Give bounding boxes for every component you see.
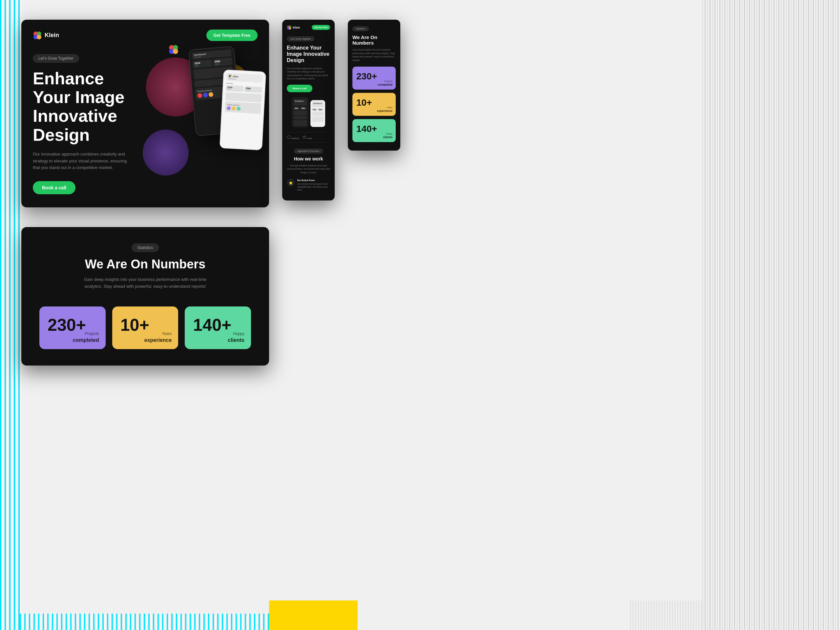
feature-title: No Extra Fees (297, 179, 330, 182)
hero-section: Let's Grow Together Enhance Your Image I… (33, 54, 257, 194)
stat-label-clients-bottom: clients (228, 337, 245, 343)
mobile-stat-label-years-top: Years (387, 106, 392, 109)
mobile-stat-label-years-bottom: experience (377, 109, 392, 112)
logo-trav: trav (303, 135, 312, 140)
tablet-hero-description: Our innovative approach combines creativ… (287, 67, 330, 81)
stat-label-projects-bottom: completed (73, 337, 99, 343)
glitch-right (702, 0, 840, 630)
glitch-left (0, 0, 21, 630)
stat-card-projects: 230+ Projects completed (39, 306, 106, 349)
mobile-stats-badge: Statistics (352, 26, 369, 31)
mobile-stat-projects: 230+ Projects completed (352, 66, 396, 90)
tablet-phone-mockups: Dashboard 1024 256k (287, 98, 330, 127)
tablet-hero-card: Klein Get for Free Let's Grow Together E… (282, 20, 335, 201)
navbar: Klein Get Template Free (33, 30, 257, 41)
tablet-logo: Klein (287, 25, 300, 30)
main-content: Klein Get Template Free Let's Grow Toget… (21, 20, 400, 366)
mobile-stat-years: 10+ Years experience (352, 93, 396, 116)
stat-label-projects-top: Projects (85, 332, 99, 336)
hero-badge: Let's Grow Together (33, 54, 79, 63)
stat-card-clients: 140+ Happy clients (185, 306, 251, 349)
tablet-logo-text: Klein (293, 26, 300, 29)
hero-text: Let's Grow Together Enhance Your Image I… (33, 54, 257, 194)
feature-no-extra-fees: ⭐ No Extra Fees Our service are transpar… (287, 179, 330, 191)
mobile-stats-description: Gain deep insights into your business pe… (352, 48, 396, 62)
tablet-book-button[interactable]: Book a call (287, 85, 313, 92)
stats-badge: Statistics (131, 243, 158, 252)
mobile-stat-label-clients-bottom: clients (383, 136, 392, 139)
svg-point-16 (287, 136, 291, 139)
stats-header: Statistics We Are On Numbers Gain deep i… (39, 243, 251, 290)
feature-description: Our service are transparent and straight… (297, 182, 330, 191)
tablet-hero-title: Enhance Your Image Innovative Design (287, 45, 330, 64)
tablet-phone-light: Dashboard 1024 256k (310, 100, 325, 127)
mobile-stats-title: We Are On Numbers (352, 35, 396, 46)
logo-icon (33, 31, 42, 40)
tablet-phone-dark: Dashboard 1024 256k (292, 98, 308, 127)
logo: Klein (33, 31, 59, 40)
stat-label-clients-top: Happy (233, 332, 245, 336)
stats-description: Gain deep insights into your business pe… (80, 276, 211, 290)
stat-number-projects: 230+ (47, 316, 98, 333)
glitch-bottom-cyan (20, 614, 282, 630)
left-column: Klein Get Template Free Let's Grow Toget… (21, 20, 269, 366)
svg-point-7 (173, 49, 178, 54)
right-column: Statistics We Are On Numbers Gain deep i… (348, 20, 400, 366)
stat-number-years: 10+ (120, 316, 170, 333)
svg-point-15 (289, 27, 291, 30)
mobile-stat-label-clients-top: Happy (386, 133, 392, 135)
feature-star-icon: ⭐ (287, 179, 295, 187)
mobile-stat-clients: 140+ Happy clients (352, 119, 396, 142)
tablet-navbar: Klein Get for Free (287, 25, 330, 30)
approach-badge: Approach to Success (294, 148, 323, 153)
tablet-cta-button[interactable]: Get for Free (312, 25, 330, 30)
logo-text: Klein (45, 32, 59, 39)
glitch-bottom-yellow (269, 600, 358, 630)
svg-point-3 (37, 35, 41, 39)
stats-title: We Are On Numbers (39, 257, 251, 272)
get-template-button[interactable]: Get Template Free (206, 30, 257, 41)
how-description: Through iterative feedback and open comm… (287, 164, 330, 175)
mobile-stat-label-projects-bottom: completed (378, 83, 392, 86)
tablet-logo-strip: waves trav (287, 132, 330, 143)
stat-card-years: 10+ Years experience (112, 306, 178, 349)
stat-label-years-bottom: experience (144, 337, 172, 343)
stats-cards: 230+ Projects completed 10+ Years experi… (39, 306, 251, 349)
hero-description: Our innovative approach combines creativ… (33, 151, 131, 171)
tablet-how-section: Approach to Success How we work Through … (287, 147, 330, 192)
mobile-stats-card: Statistics We Are On Numbers Gain deep i… (348, 20, 400, 151)
stat-number-clients: 140+ (193, 316, 243, 333)
mobile-stat-label-projects-top: Projects (384, 80, 392, 82)
stats-section-large: Statistics We Are On Numbers Gain deep i… (21, 227, 269, 366)
hero-title: Enhance Your Image Innovative Design (33, 69, 144, 144)
logo-waves: waves (287, 135, 299, 140)
middle-column: Klein Get for Free Let's Grow Together E… (282, 20, 335, 366)
book-call-button[interactable]: Book a call (33, 181, 76, 194)
feature-text-block: No Extra Fees Our service are transparen… (297, 179, 330, 191)
desktop-hero-card: Klein Get Template Free Let's Grow Toget… (21, 20, 269, 207)
how-title: How we work (287, 156, 330, 161)
tablet-hero-badge: Let's Grow Together (287, 36, 314, 41)
stat-label-years-top: Years (162, 332, 172, 336)
glitch-bottom-right (630, 600, 702, 630)
svg-marker-17 (303, 136, 306, 139)
